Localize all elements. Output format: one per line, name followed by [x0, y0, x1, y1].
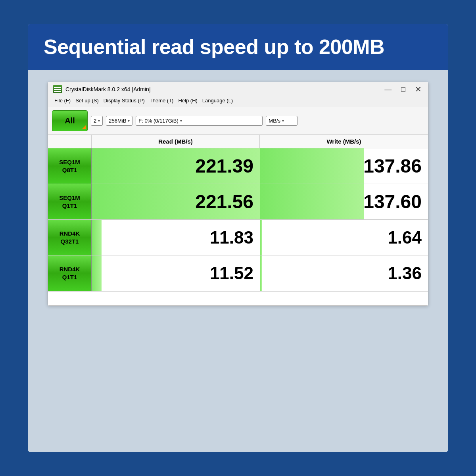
- write-cell-seq1m-q1t1: 137.60: [260, 184, 428, 219]
- menu-display-status[interactable]: Display Status (P): [102, 97, 146, 104]
- toolbar: All 2 ▾ 256MiB ▾ F: 0% (0/117GiB) ▾ MB/s…: [48, 107, 428, 135]
- read-cell-seq1m-q8t1: 221.39: [92, 148, 260, 184]
- write-header: Write (MB/s): [260, 135, 428, 148]
- size-dropdown-arrow: ▾: [128, 119, 130, 123]
- header-banner: Sequential read speed up to 200MB: [28, 24, 448, 70]
- rw-empty-cell: [48, 135, 92, 148]
- menu-help[interactable]: Help (H): [177, 97, 199, 104]
- unit-value: MB/s: [269, 118, 280, 124]
- menu-language[interactable]: Language (L): [201, 97, 234, 104]
- read-header: Read (MB/s): [92, 135, 260, 148]
- table-row: SEQ1MQ1T1 221.56 137.60: [48, 184, 428, 220]
- size-value: 256MiB: [109, 118, 126, 124]
- write-cell-rnd4k-q32t1: 1.64: [260, 220, 428, 255]
- drive-dropdown[interactable]: F: 0% (0/117GiB) ▾: [136, 116, 263, 126]
- write-value-seq1m-q1t1: 137.60: [363, 191, 422, 213]
- write-cell-rnd4k-q1t1: 1.36: [260, 255, 428, 291]
- read-cell-rnd4k-q1t1: 11.52: [92, 255, 260, 291]
- menu-theme[interactable]: Theme (T): [148, 97, 175, 104]
- menu-file[interactable]: File (F): [53, 97, 72, 104]
- write-value-rnd4k-q1t1: 1.36: [388, 263, 422, 283]
- write-bar-rnd4k-q32t1: [260, 220, 262, 255]
- read-value-seq1m-q8t1: 221.39: [195, 155, 253, 177]
- row-label-seq1m-q8t1: SEQ1MQ8T1: [48, 148, 92, 184]
- window-wrapper: CrystalDiskMark 8.0.2 x64 [Admin] — □ ✕ …: [28, 70, 448, 452]
- table-row: RND4KQ1T1 11.52 1.36: [48, 255, 428, 291]
- read-value-rnd4k-q1t1: 11.52: [210, 263, 253, 283]
- table-row: SEQ1MQ8T1 221.39 137.86: [48, 148, 428, 184]
- read-value-seq1m-q1t1: 221.56: [195, 191, 253, 213]
- all-button[interactable]: All: [52, 110, 88, 131]
- drive-value: F: 0% (0/117GiB): [138, 118, 178, 124]
- read-bar-rnd4k-q1t1: [92, 255, 102, 291]
- rw-header-row: Read (MB/s) Write (MB/s): [48, 135, 428, 148]
- write-value-rnd4k-q32t1: 1.64: [388, 228, 422, 248]
- read-cell-rnd4k-q32t1: 11.83: [92, 220, 260, 255]
- title-bar: CrystalDiskMark 8.0.2 x64 [Admin] — □ ✕: [48, 82, 428, 95]
- count-dropdown-arrow: ▾: [98, 119, 100, 123]
- row-label-rnd4k-q1t1: RND4KQ1T1: [48, 255, 92, 291]
- size-dropdown[interactable]: 256MiB ▾: [106, 116, 132, 126]
- status-bar: [48, 291, 428, 305]
- write-bar-rnd4k-q1t1: [260, 255, 262, 291]
- minimize-button[interactable]: —: [383, 86, 393, 93]
- menu-bar: File (F) Set up (S) Display Status (P) T…: [48, 95, 428, 107]
- write-cell-seq1m-q8t1: 137.86: [260, 148, 428, 184]
- write-bar-seq1m-q1t1: [260, 184, 364, 219]
- header-title: Sequential read speed up to 200MB: [44, 35, 432, 59]
- maximize-button[interactable]: □: [399, 86, 407, 93]
- read-bar-rnd4k-q32t1: [92, 220, 102, 255]
- menu-setup[interactable]: Set up (S): [74, 97, 100, 104]
- table-row: RND4KQ32T1 11.83 1.64: [48, 220, 428, 255]
- outer-container: Sequential read speed up to 200MB Crysta…: [28, 24, 448, 452]
- app-window: CrystalDiskMark 8.0.2 x64 [Admin] — □ ✕ …: [48, 82, 428, 306]
- row-label-rnd4k-q32t1: RND4KQ32T1: [48, 220, 92, 255]
- data-rows: SEQ1MQ8T1 221.39 137.86 SEQ1MQ1T1: [48, 148, 428, 291]
- window-controls: — □ ✕: [383, 85, 423, 93]
- window-title: CrystalDiskMark 8.0.2 x64 [Admin]: [65, 86, 383, 92]
- unit-dropdown[interactable]: MB/s ▾: [266, 116, 298, 126]
- write-value-seq1m-q8t1: 137.86: [363, 155, 422, 177]
- unit-dropdown-arrow: ▾: [282, 119, 284, 123]
- close-button[interactable]: ✕: [413, 85, 423, 93]
- count-dropdown[interactable]: 2 ▾: [91, 116, 103, 126]
- read-cell-seq1m-q1t1: 221.56: [92, 184, 260, 219]
- read-value-rnd4k-q32t1: 11.83: [210, 228, 253, 248]
- drive-dropdown-arrow: ▾: [180, 119, 182, 123]
- write-bar-seq1m-q8t1: [260, 148, 364, 184]
- row-label-seq1m-q1t1: SEQ1MQ1T1: [48, 184, 92, 219]
- app-icon: [53, 85, 62, 93]
- count-value: 2: [94, 118, 96, 124]
